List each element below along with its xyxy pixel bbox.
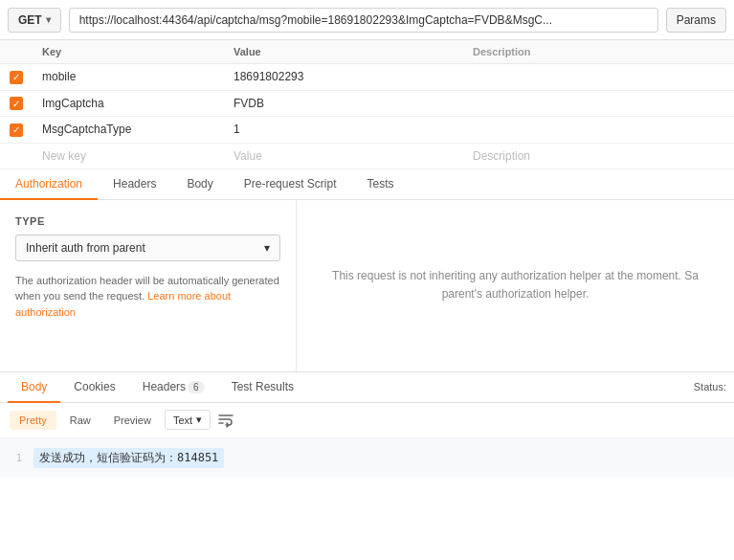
checkbox-checked-icon[interactable]: ✓ <box>10 97 23 110</box>
request-tab-body[interactable]: Body <box>171 169 228 200</box>
row-value: 1 <box>224 117 463 144</box>
col-checkbox <box>0 40 33 64</box>
row-description <box>463 117 734 144</box>
response-body: 1 发送成功，短信验证码为：814851 <box>0 438 734 478</box>
request-tab-authorization[interactable]: Authorization <box>0 169 98 200</box>
method-label: GET <box>18 13 42 27</box>
auth-type-label: TYPE <box>15 215 280 227</box>
new-row-key[interactable]: New key <box>33 143 224 168</box>
row-key: ImgCaptcha <box>33 90 224 117</box>
format-bar: PrettyRawPreviewText▾ <box>0 403 734 438</box>
response-tab-body[interactable]: Body <box>8 372 60 403</box>
checkbox-checked-icon[interactable]: ✓ <box>10 123 23 137</box>
line-content: 发送成功，短信验证码为：814851 <box>33 448 224 468</box>
table-row: ✓ mobile 18691802293 <box>0 64 734 91</box>
format-type-label: Text <box>173 414 192 426</box>
auth-right-panel: This request is not inheriting any autho… <box>297 200 734 371</box>
url-input[interactable] <box>69 8 658 33</box>
format-btn-raw[interactable]: Raw <box>60 411 100 430</box>
status-area: Status: <box>694 381 726 392</box>
new-key-row: New key Value Description <box>0 143 734 168</box>
format-btn-preview[interactable]: Preview <box>104 411 161 430</box>
row-description <box>463 64 734 91</box>
row-checkbox[interactable]: ✓ <box>0 64 33 91</box>
auth-select-value: Inherit auth from parent <box>26 241 145 255</box>
col-description: Description <box>463 40 734 64</box>
auth-type-select[interactable]: Inherit auth from parent ▾ <box>15 235 280 261</box>
wrap-icon[interactable] <box>214 409 237 432</box>
response-tab-headers[interactable]: Headers6 <box>129 372 218 403</box>
auth-left-panel: TYPE Inherit auth from parent ▾ The auth… <box>0 200 297 371</box>
auth-message: This request is not inheriting any autho… <box>332 267 699 303</box>
format-btn-pretty[interactable]: Pretty <box>10 411 56 430</box>
new-row-checkbox <box>0 143 33 168</box>
response-section: BodyCookiesHeaders6Test Results Status: … <box>0 372 734 478</box>
method-chevron-icon: ▾ <box>46 14 51 25</box>
code-line: 1 发送成功，短信验证码为：814851 <box>0 446 734 470</box>
table-row: ✓ MsgCaptchaType 1 <box>0 117 734 144</box>
response-tab-test-results[interactable]: Test Results <box>218 372 307 403</box>
auth-section: TYPE Inherit auth from parent ▾ The auth… <box>0 200 734 372</box>
method-button[interactable]: GET ▾ <box>8 8 61 33</box>
col-value: Value <box>224 40 463 64</box>
request-tab-bar: AuthorizationHeadersBodyPre-request Scri… <box>0 169 734 200</box>
headers-count-badge: 6 <box>188 381 205 393</box>
url-bar: GET ▾ Params <box>0 0 734 40</box>
row-checkbox[interactable]: ✓ <box>0 117 33 144</box>
format-chevron-icon: ▾ <box>196 414 202 426</box>
auth-description: The authorization header will be automat… <box>15 273 280 321</box>
row-key: MsgCaptchaType <box>33 117 224 144</box>
row-key: mobile <box>33 64 224 91</box>
col-key: Key <box>33 40 224 64</box>
row-checkbox[interactable]: ✓ <box>0 90 33 117</box>
response-tabs: BodyCookiesHeaders6Test Results <box>8 372 307 402</box>
params-button[interactable]: Params <box>666 8 726 33</box>
request-tab-headers[interactable]: Headers <box>98 169 171 200</box>
auth-select-chevron-icon: ▾ <box>264 241 270 255</box>
row-value: FVDB <box>224 90 463 117</box>
row-value: 18691802293 <box>224 64 463 91</box>
params-table: Key Value Description ✓ mobile 186918022… <box>0 40 734 169</box>
format-type-select[interactable]: Text▾ <box>165 410 211 430</box>
request-tab-tests[interactable]: Tests <box>351 169 409 200</box>
table-row: ✓ ImgCaptcha FVDB <box>0 90 734 117</box>
response-tab-bar: BodyCookiesHeaders6Test Results Status: <box>0 372 734 403</box>
line-number: 1 <box>0 452 33 464</box>
new-row-value[interactable]: Value <box>224 143 463 168</box>
response-tab-cookies[interactable]: Cookies <box>60 372 128 403</box>
new-row-description[interactable]: Description <box>463 143 734 168</box>
request-tab-pre-request-script[interactable]: Pre-request Script <box>229 169 352 200</box>
checkbox-checked-icon[interactable]: ✓ <box>10 71 23 84</box>
row-description <box>463 90 734 117</box>
